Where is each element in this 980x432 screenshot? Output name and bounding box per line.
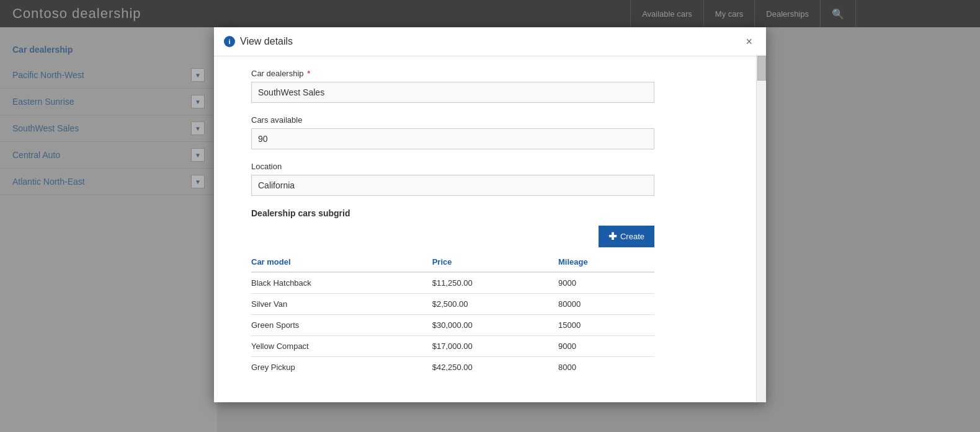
table-row[interactable]: Silver Van$2,500.0080000 <box>251 294 654 315</box>
car-dealership-group: Car dealership * <box>251 69 716 103</box>
cars-available-label: Cars available <box>251 115 716 125</box>
cell-mileage: 15000 <box>558 315 654 336</box>
subgrid-title: Dealership cars subgrid <box>251 208 716 218</box>
plus-icon: ✚ <box>608 231 617 242</box>
subgrid-tbody: Black Hatchback$11,250.009000Silver Van$… <box>251 272 654 377</box>
cell-car-model: Silver Van <box>251 294 432 315</box>
cell-price: $42,250.00 <box>432 357 558 378</box>
col-car-model: Car model <box>251 252 432 272</box>
car-dealership-label: Car dealership * <box>251 69 716 78</box>
cell-mileage: 9000 <box>558 336 654 357</box>
create-button[interactable]: ✚ Create <box>599 226 654 247</box>
location-group: Location <box>251 162 716 196</box>
modal-body: Car dealership * Cars available Location… <box>214 56 766 402</box>
modal-scrollbar[interactable] <box>756 55 766 402</box>
modal-title-area: i View details <box>224 36 293 47</box>
car-dealership-input[interactable] <box>251 82 654 103</box>
modal-overlay: i View details × Car dealership * Cars a… <box>0 0 980 432</box>
scrollbar-thumb[interactable] <box>757 56 766 81</box>
cell-car-model: Green Sports <box>251 315 432 336</box>
cell-price: $17,000.00 <box>432 336 558 357</box>
cell-car-model: Yellow Compact <box>251 336 432 357</box>
cars-available-input[interactable] <box>251 128 654 149</box>
modal-header: i View details × <box>214 27 766 56</box>
subgrid-thead: Car model Price Mileage <box>251 252 654 272</box>
required-indicator: * <box>307 69 310 78</box>
subgrid-table: Car model Price Mileage Black Hatchback$… <box>251 252 654 377</box>
cell-mileage: 8000 <box>558 357 654 378</box>
subgrid-section: Dealership cars subgrid ✚ Create Car mod… <box>251 208 716 377</box>
modal-title: View details <box>240 36 293 47</box>
cell-car-model: Black Hatchback <box>251 272 432 294</box>
location-input[interactable] <box>251 175 654 196</box>
table-row[interactable]: Yellow Compact$17,000.009000 <box>251 336 654 357</box>
col-price: Price <box>432 252 558 272</box>
location-label: Location <box>251 162 716 171</box>
info-icon: i <box>224 36 235 47</box>
cell-price: $11,250.00 <box>432 272 558 294</box>
cell-mileage: 9000 <box>558 272 654 294</box>
cell-price: $30,000.00 <box>432 315 558 336</box>
cell-car-model: Grey Pickup <box>251 357 432 378</box>
col-mileage: Mileage <box>558 252 654 272</box>
subgrid-header-row: Car model Price Mileage <box>251 252 654 272</box>
close-button[interactable]: × <box>742 35 756 48</box>
table-row[interactable]: Green Sports$30,000.0015000 <box>251 315 654 336</box>
cell-price: $2,500.00 <box>432 294 558 315</box>
table-row[interactable]: Black Hatchback$11,250.009000 <box>251 272 654 294</box>
view-details-modal: i View details × Car dealership * Cars a… <box>214 27 766 402</box>
cars-available-group: Cars available <box>251 115 716 149</box>
table-row[interactable]: Grey Pickup$42,250.008000 <box>251 357 654 378</box>
subgrid-toolbar: ✚ Create <box>251 226 654 247</box>
cell-mileage: 80000 <box>558 294 654 315</box>
